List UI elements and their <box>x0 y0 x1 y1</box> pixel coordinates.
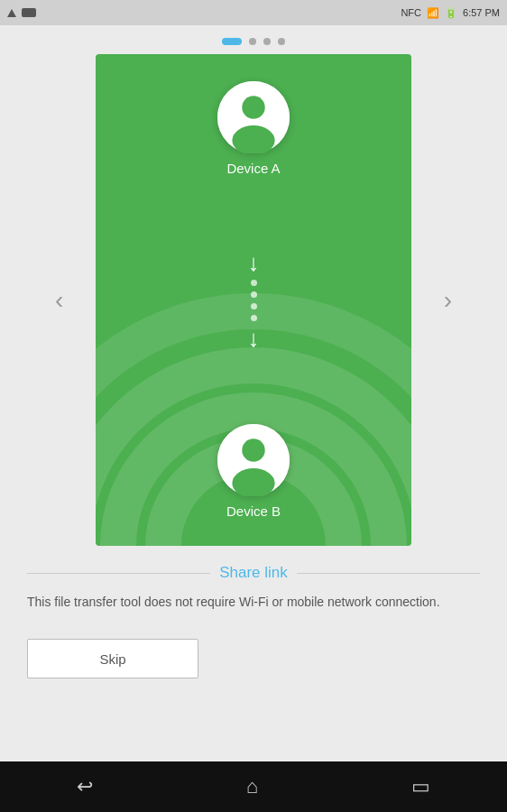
flow-dot-3 <box>251 303 257 309</box>
flow-dot-1 <box>251 280 257 286</box>
sim-icon: 📶 <box>427 7 439 19</box>
status-bar: NFC 📶 🔋 6:57 PM <box>0 0 507 25</box>
device-a-icon <box>217 81 290 153</box>
signal-icon: NFC <box>401 7 421 18</box>
dot-4 <box>278 38 285 45</box>
home-nav-icon[interactable]: ⌂ <box>246 775 258 798</box>
recents-nav-icon[interactable]: ▭ <box>411 775 430 798</box>
time-display: 6:57 PM <box>463 7 500 18</box>
device-b-container: Device B <box>217 424 290 519</box>
main-content: ‹ Device A <box>0 25 507 785</box>
header-line-left <box>27 573 210 574</box>
next-arrow[interactable]: › <box>435 277 461 324</box>
arrow-down-bottom: ↓ <box>248 327 260 350</box>
device-a-container: Device A <box>217 81 290 176</box>
device-a-label: Device A <box>226 161 280 176</box>
back-nav-icon[interactable]: ↩ <box>77 775 93 798</box>
battery-icon: 🔋 <box>445 7 457 19</box>
device-b-icon <box>217 424 290 496</box>
share-link-title: Share link <box>219 564 288 582</box>
share-link-description: This file transfer tool does not require… <box>27 593 480 612</box>
skip-button[interactable]: Skip <box>27 639 198 678</box>
page-dots <box>222 38 285 45</box>
person-icon-b <box>217 424 290 496</box>
flow-dot-4 <box>251 315 257 321</box>
skip-button-wrapper: Skip <box>0 612 507 678</box>
person-icon-a <box>217 81 290 153</box>
image-icon <box>22 8 36 17</box>
status-bar-left <box>7 8 36 17</box>
svg-point-5 <box>242 96 264 118</box>
share-link-header: Share link <box>27 564 480 582</box>
flow-dot-2 <box>251 291 257 298</box>
status-bar-right: NFC 📶 🔋 6:57 PM <box>401 7 500 19</box>
card-wrapper: ‹ Device A <box>87 54 420 546</box>
arrow-down-top: ↓ <box>248 251 260 274</box>
dot-3 <box>263 38 271 45</box>
dot-1 <box>222 38 242 45</box>
svg-point-8 <box>242 438 264 461</box>
dot-2 <box>249 38 256 45</box>
green-card: Device A ↓ ↓ Devi <box>96 54 411 546</box>
share-link-section: Share link This file transfer tool does … <box>0 546 507 612</box>
bottom-nav: ↩ ⌂ ▭ <box>0 761 507 812</box>
header-line-right <box>297 573 480 574</box>
device-b-label: Device B <box>226 503 281 519</box>
prev-arrow[interactable]: ‹ <box>46 277 72 324</box>
transfer-flow: ↓ ↓ <box>248 251 260 350</box>
alert-icon <box>7 9 16 17</box>
